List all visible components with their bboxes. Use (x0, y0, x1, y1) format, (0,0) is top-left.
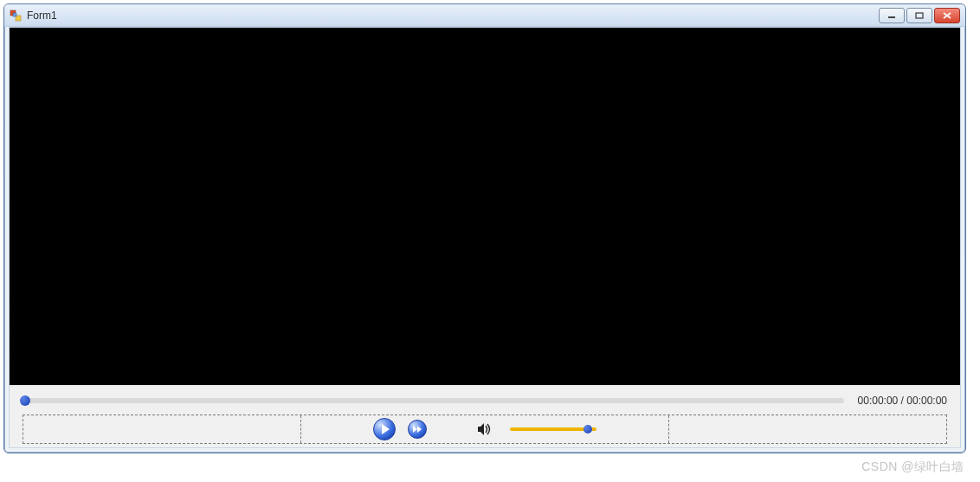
client-area: 00:00:00 / 00:00:00 (9, 27, 961, 448)
seek-thumb[interactable] (20, 395, 30, 406)
play-button[interactable] (373, 418, 396, 440)
fast-forward-icon (413, 426, 422, 433)
minimize-button[interactable] (879, 8, 905, 23)
controls-panel (23, 415, 947, 444)
title-bar[interactable]: Form1 (4, 4, 965, 27)
speaker-icon[interactable] (477, 422, 493, 436)
svg-rect-2 (13, 13, 16, 16)
volume-thumb[interactable] (583, 425, 592, 434)
window-buttons (879, 8, 960, 23)
watermark: CSDN @绿叶白墙 (861, 460, 964, 475)
total-time: 00:00:00 (906, 395, 947, 407)
controls-left-cell (23, 415, 300, 443)
controls-right-cell (669, 415, 946, 443)
window-title: Form1 (27, 10, 57, 22)
controls-mid-cell (300, 415, 669, 443)
svg-rect-4 (916, 13, 923, 18)
svg-rect-3 (888, 16, 895, 18)
fast-forward-button[interactable] (408, 420, 427, 439)
app-window: Form1 00:00:00 / 00:00:00 (3, 3, 966, 453)
seek-slider[interactable] (23, 398, 844, 403)
close-button[interactable] (934, 8, 960, 23)
maximize-button[interactable] (906, 8, 932, 23)
current-time: 00:00:00 (858, 395, 899, 407)
play-icon (382, 424, 390, 434)
time-separator: / (898, 395, 906, 407)
seek-row: 00:00:00 / 00:00:00 (23, 390, 947, 411)
form-icon (10, 10, 22, 22)
video-display[interactable] (10, 28, 960, 385)
time-display: 00:00:00 / 00:00:00 (858, 395, 947, 407)
volume-slider[interactable] (510, 427, 596, 431)
